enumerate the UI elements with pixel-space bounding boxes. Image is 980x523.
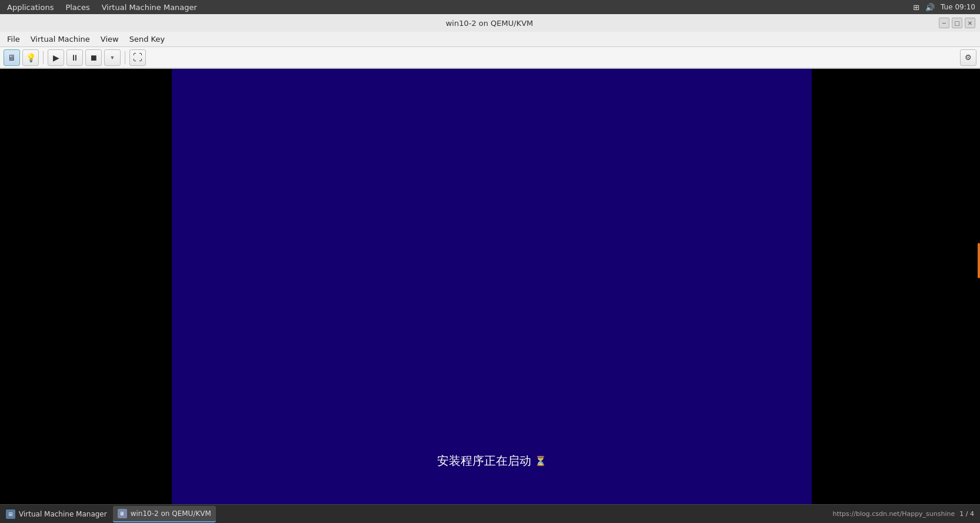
toolbar-separator-1	[43, 51, 44, 64]
bulb-icon: 💡	[26, 53, 36, 62]
stop-button[interactable]: ⏹	[85, 49, 102, 66]
places-menu[interactable]: Places	[63, 2, 92, 13]
settings-icon: ⚙	[965, 53, 972, 62]
pause-icon: ⏸	[71, 53, 79, 62]
volume-icon: 🔊	[925, 3, 935, 12]
menu-view[interactable]: View	[96, 33, 124, 45]
scroll-indicator[interactable]	[978, 243, 980, 278]
title-bar: win10-2 on QEMU/KVM − □ ✕	[0, 14, 980, 32]
vm-right-border	[812, 69, 980, 504]
menu-bar: File Virtual Machine View Send Key	[0, 32, 980, 47]
close-button[interactable]: ✕	[965, 18, 975, 28]
monitor-button[interactable]: 🖥	[4, 49, 20, 66]
fullscreen-icon: ⛶	[133, 52, 142, 63]
vm-display-area[interactable]: 安装程序正在启动 ⏳	[0, 69, 980, 504]
dropdown-arrow-icon: ▼	[110, 55, 115, 61]
vmm-taskbar-label: Virtual Machine Manager	[19, 510, 107, 518]
window-title: win10-2 on QEMU/KVM	[40, 19, 939, 28]
vm-screen[interactable]: 安装程序正在启动 ⏳	[172, 69, 812, 504]
topbar-left: Applications Places Virtual Machine Mana…	[5, 2, 199, 13]
vm-taskbar-label: win10-2 on QEMU/KVM	[131, 509, 211, 518]
vmm-icon-glyph: ⊞	[8, 511, 13, 517]
vm-install-text: 安装程序正在启动 ⏳	[437, 453, 546, 469]
play-button[interactable]: ▶	[48, 49, 64, 66]
topbar-right: ⊞ 🔊 Tue 09:10	[913, 3, 975, 12]
stop-icon: ⏹	[89, 53, 98, 62]
network-icon: ⊞	[913, 3, 919, 12]
menu-file[interactable]: File	[2, 33, 25, 45]
vmm-taskbar-icon: ⊞	[6, 509, 15, 519]
minimize-button[interactable]: −	[939, 18, 949, 28]
window-chrome: win10-2 on QEMU/KVM − □ ✕ File Virtual M…	[0, 14, 980, 69]
menu-virtual-machine[interactable]: Virtual Machine	[26, 33, 95, 45]
clock: Tue 09:10	[941, 3, 975, 11]
pause-button[interactable]: ⏸	[66, 49, 83, 66]
install-message: 安装程序正在启动	[437, 453, 531, 469]
window-controls: − □ ✕	[939, 18, 975, 28]
vm-taskbar-icon: 🖥	[118, 509, 127, 518]
taskbar-url: https://blog.csdn.net/Happy_sunshine	[832, 510, 955, 518]
vmm-menu[interactable]: Virtual Machine Manager	[99, 2, 199, 13]
system-topbar: Applications Places Virtual Machine Mana…	[0, 0, 980, 14]
menu-send-key[interactable]: Send Key	[125, 33, 169, 45]
play-icon: ▶	[53, 53, 59, 62]
settings-button[interactable]: ⚙	[960, 49, 976, 66]
bulb-button[interactable]: 💡	[22, 49, 39, 66]
stop-dropdown-button[interactable]: ▼	[104, 49, 121, 66]
toolbar: 🖥 💡 ▶ ⏸ ⏹ ▼ ⛶ ⚙	[0, 47, 980, 68]
taskbar-page-info: 1 / 4	[959, 510, 974, 518]
toolbar-separator-2	[125, 51, 125, 64]
taskbar: ⊞ Virtual Machine Manager 🖥 win10-2 on Q…	[0, 504, 980, 523]
applications-menu[interactable]: Applications	[5, 2, 56, 13]
fullscreen-button[interactable]: ⛶	[129, 49, 146, 66]
taskbar-item-vmm[interactable]: ⊞ Virtual Machine Manager	[1, 506, 112, 522]
restore-button[interactable]: □	[952, 18, 962, 28]
hourglass-icon: ⏳	[535, 455, 546, 467]
vm-icon-glyph: 🖥	[119, 511, 125, 517]
vm-left-border	[0, 69, 172, 504]
taskbar-item-vm[interactable]: 🖥 win10-2 on QEMU/KVM	[113, 506, 216, 522]
monitor-icon: 🖥	[8, 53, 16, 62]
taskbar-right: https://blog.csdn.net/Happy_sunshine 1 /…	[832, 510, 979, 518]
